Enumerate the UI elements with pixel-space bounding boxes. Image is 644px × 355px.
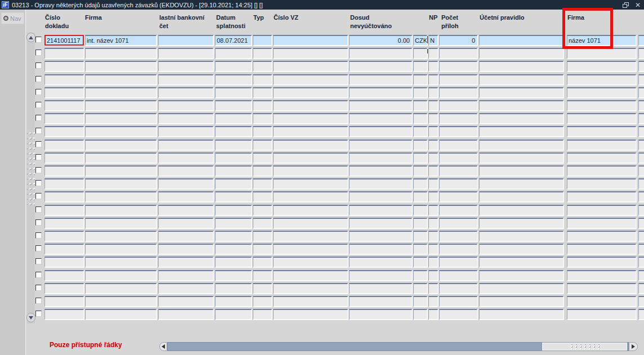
row-select-checkbox[interactable] — [35, 102, 42, 108]
grid-cell[interactable] — [273, 140, 348, 150]
grid-cell[interactable] — [158, 257, 213, 267]
grid-cell[interactable] — [567, 178, 636, 189]
grid-cell[interactable] — [567, 100, 636, 111]
grid-cell[interactable] — [349, 296, 412, 307]
grid-cell[interactable] — [428, 178, 438, 189]
grid-cell[interactable] — [413, 257, 427, 267]
grid-cell[interactable] — [479, 165, 564, 176]
grid-cell[interactable] — [638, 218, 644, 228]
grid-cell[interactable] — [638, 270, 644, 281]
grid-cell[interactable] — [253, 74, 272, 85]
grid-cell[interactable] — [273, 309, 348, 320]
grid-cell[interactable] — [349, 218, 412, 228]
scroll-left-button[interactable] — [159, 342, 167, 351]
scroll-up-button[interactable] — [26, 33, 35, 42]
grid-cell[interactable] — [158, 152, 213, 163]
grid-cell[interactable] — [413, 191, 427, 202]
grid-cell[interactable] — [638, 244, 644, 254]
grid-cell[interactable] — [158, 74, 213, 85]
row-select-checkbox[interactable] — [35, 154, 42, 160]
grid-cell[interactable] — [215, 140, 252, 150]
grid-cell[interactable] — [44, 205, 84, 215]
grid-cell[interactable] — [479, 178, 564, 189]
row-select-checkbox[interactable] — [35, 50, 42, 56]
grid-cell[interactable] — [439, 74, 477, 85]
grid-cell[interactable] — [567, 205, 636, 215]
grid-cell[interactable] — [638, 257, 644, 267]
grid-cell[interactable] — [158, 309, 213, 320]
grid-cell[interactable] — [479, 35, 564, 46]
grid-cell[interactable] — [158, 113, 213, 124]
grid-cell[interactable] — [638, 113, 644, 124]
grid-cell[interactable] — [44, 309, 84, 320]
grid-cell[interactable] — [439, 309, 477, 320]
grid-cell[interactable] — [638, 152, 644, 163]
grid-cell[interactable] — [253, 178, 272, 189]
grid-cell[interactable] — [413, 244, 427, 254]
row-select-checkbox[interactable] — [35, 219, 42, 226]
grid-cell[interactable] — [479, 140, 564, 150]
grid-cell[interactable] — [638, 61, 644, 71]
grid-cell[interactable] — [349, 48, 412, 59]
grid-cell[interactable] — [253, 61, 272, 71]
grid-cell[interactable] — [413, 283, 427, 294]
grid-cell[interactable] — [428, 257, 438, 267]
grid-cell[interactable] — [253, 244, 272, 254]
grid-cell[interactable] — [479, 283, 564, 294]
grid-cell[interactable] — [479, 87, 564, 98]
grid-cell[interactable] — [44, 218, 84, 228]
grid-cell[interactable] — [567, 113, 636, 124]
grid-cell[interactable] — [439, 100, 477, 111]
grid-cell[interactable] — [567, 152, 636, 163]
grid-cell[interactable] — [158, 205, 213, 215]
grid-cell[interactable] — [638, 100, 644, 111]
grid-cell[interactable] — [567, 218, 636, 228]
grid-cell[interactable] — [439, 178, 477, 189]
row-select-checkbox[interactable] — [35, 298, 42, 304]
grid-cell[interactable] — [273, 270, 348, 281]
grid-cell[interactable] — [638, 231, 644, 241]
grid-cell[interactable] — [638, 178, 644, 189]
grid-cell[interactable] — [428, 152, 438, 163]
grid-cell[interactable] — [439, 205, 477, 215]
grid-cell[interactable] — [215, 244, 252, 254]
grid-cell[interactable] — [428, 283, 438, 294]
grid-cell[interactable] — [439, 87, 477, 98]
grid-cell[interactable] — [85, 191, 156, 202]
grid-cell[interactable] — [479, 257, 564, 267]
grid-cell[interactable] — [638, 205, 644, 215]
grid-cell[interactable] — [349, 191, 412, 202]
grid-cell[interactable] — [428, 191, 438, 202]
row-select-checkbox[interactable] — [35, 272, 42, 278]
grid-cell[interactable] — [413, 309, 427, 320]
grid-cell[interactable] — [253, 309, 272, 320]
grid-cell[interactable] — [85, 87, 156, 98]
grid-cell[interactable] — [349, 309, 412, 320]
grid-cell[interactable] — [44, 113, 84, 124]
grid-cell[interactable] — [273, 191, 348, 202]
grid-cell[interactable] — [44, 270, 84, 281]
grid-cell[interactable] — [428, 87, 438, 98]
grid-cell[interactable] — [273, 100, 348, 111]
grid-cell[interactable] — [638, 191, 644, 202]
grid-cell[interactable] — [439, 244, 477, 254]
grid-cell[interactable] — [439, 126, 477, 137]
grid-cell[interactable] — [439, 48, 477, 59]
grid-cell[interactable] — [215, 152, 252, 163]
row-select-checkbox[interactable] — [35, 206, 42, 213]
grid-cell[interactable] — [85, 257, 156, 267]
grid-cell[interactable] — [428, 205, 438, 215]
grid-cell[interactable] — [158, 270, 213, 281]
grid-cell[interactable] — [158, 231, 213, 241]
grid-cell[interactable] — [158, 283, 213, 294]
grid-cell[interactable] — [428, 61, 438, 71]
grid-cell[interactable] — [215, 191, 252, 202]
row-select-checkbox[interactable] — [35, 141, 42, 147]
grid-cell[interactable] — [158, 165, 213, 176]
grid-cell[interactable] — [253, 218, 272, 228]
grid-cell[interactable] — [479, 74, 564, 85]
grid-cell[interactable] — [44, 74, 84, 85]
grid-cell[interactable] — [253, 35, 272, 46]
grid-cell[interactable] — [413, 165, 427, 176]
grid-cell[interactable] — [273, 178, 348, 189]
